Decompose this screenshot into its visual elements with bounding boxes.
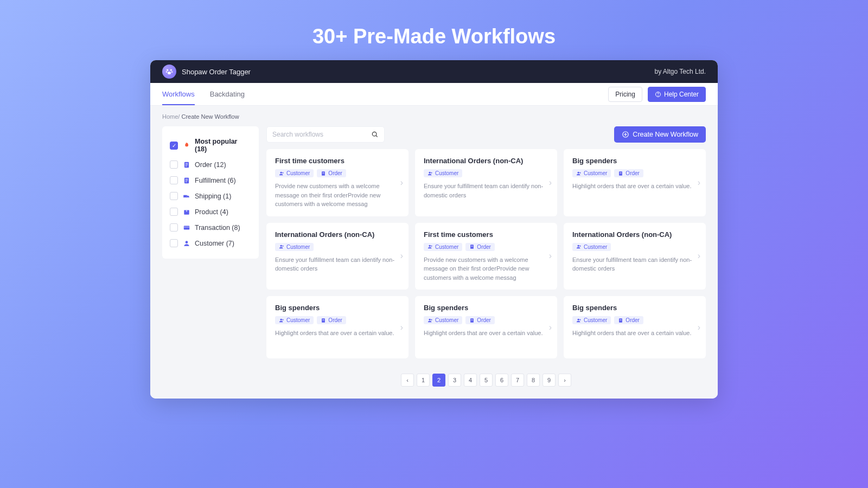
page-next[interactable]: › bbox=[558, 374, 571, 387]
tag-customer: Customer bbox=[275, 243, 314, 251]
filter-transaction[interactable]: Transaction (8) bbox=[169, 220, 252, 235]
filter-label: Shipping (1) bbox=[195, 192, 231, 200]
card-title: International Orders (non-CA) bbox=[572, 230, 697, 239]
filter-label: Fulfillment (6) bbox=[195, 177, 236, 184]
clipboard-icon bbox=[182, 160, 190, 169]
workflow-card[interactable]: International Orders (non-CA)CustomerEns… bbox=[564, 223, 706, 290]
svg-rect-20 bbox=[183, 226, 189, 229]
page-3[interactable]: 3 bbox=[448, 374, 461, 387]
card-description: Ensure your fulfillment team can identif… bbox=[275, 255, 400, 273]
clipboard-icon bbox=[469, 318, 475, 323]
card-title: Big spenders bbox=[424, 304, 548, 312]
tab-workflows[interactable]: Workflows bbox=[162, 83, 195, 105]
tag-row: Customer bbox=[424, 169, 548, 177]
svg-rect-10 bbox=[185, 165, 187, 166]
checkbox-icon bbox=[170, 223, 178, 232]
chevron-right-icon: › bbox=[400, 251, 403, 261]
page-7[interactable]: 7 bbox=[511, 374, 524, 387]
svg-rect-21 bbox=[183, 227, 189, 227]
workflow-card[interactable]: Big spendersCustomerOrderHighlight order… bbox=[266, 296, 409, 358]
svg-point-17 bbox=[187, 197, 188, 198]
workflow-card[interactable]: International Orders (non-CA)CustomerEns… bbox=[415, 149, 557, 216]
page-9[interactable]: 9 bbox=[542, 374, 556, 387]
workflow-card[interactable]: Big spendersCustomerOrderHighlight order… bbox=[564, 149, 706, 216]
clipboard-icon bbox=[618, 318, 623, 323]
svg-point-43 bbox=[280, 318, 282, 320]
tag-customer: Customer bbox=[572, 169, 611, 177]
tag-customer: Customer bbox=[424, 316, 462, 324]
svg-rect-45 bbox=[323, 319, 324, 319]
user-icon bbox=[427, 171, 433, 176]
chevron-right-icon: › bbox=[549, 178, 552, 188]
help-icon bbox=[655, 91, 661, 98]
page-prev[interactable]: ‹ bbox=[401, 374, 414, 387]
breadcrumb: Home/ Create New Workflow bbox=[162, 113, 706, 120]
tag-customer: Customer bbox=[275, 316, 314, 324]
tag-order: Order bbox=[465, 316, 495, 324]
plus-circle-icon bbox=[622, 131, 629, 138]
chevron-right-icon: › bbox=[400, 178, 403, 188]
breadcrumb-current: Create New Workflow bbox=[181, 113, 239, 120]
tag-row: CustomerOrder bbox=[275, 169, 400, 177]
workflow-grid: First time customersCustomerOrderProvide… bbox=[266, 149, 706, 358]
user-icon bbox=[576, 244, 582, 249]
filter-fulfillment[interactable]: Fulfillment (6) bbox=[169, 172, 252, 188]
filter-most-popular[interactable]: ✓Most popular (18) bbox=[169, 134, 252, 157]
page-1[interactable]: 1 bbox=[417, 374, 430, 387]
page-5[interactable]: 5 bbox=[480, 374, 493, 387]
brand-name: Shopaw Order Tagger bbox=[182, 68, 251, 76]
truck-icon bbox=[182, 192, 190, 200]
workflow-card[interactable]: First time customersCustomerOrderProvide… bbox=[415, 223, 557, 290]
page-8[interactable]: 8 bbox=[527, 374, 540, 387]
svg-rect-49 bbox=[471, 319, 473, 319]
tab-backdating[interactable]: Backdating bbox=[210, 83, 245, 105]
chevron-right-icon: › bbox=[698, 323, 700, 332]
pricing-button[interactable]: Pricing bbox=[608, 87, 642, 102]
filter-customer[interactable]: Customer (7) bbox=[169, 235, 252, 251]
hero-title: 30+ Pre-Made Workflows bbox=[0, 0, 868, 60]
help-center-button[interactable]: Help Center bbox=[648, 87, 706, 102]
card-title: Big spenders bbox=[572, 157, 697, 165]
workflow-card[interactable]: Big spendersCustomerOrderHighlight order… bbox=[564, 296, 706, 358]
svg-rect-9 bbox=[185, 164, 188, 165]
svg-point-4 bbox=[168, 72, 171, 74]
tag-customer: Customer bbox=[424, 243, 462, 251]
svg-rect-12 bbox=[185, 179, 188, 179]
search-box[interactable] bbox=[266, 126, 385, 143]
svg-point-0 bbox=[167, 69, 168, 71]
clipboard-icon bbox=[321, 318, 326, 323]
card-description: Provide new customers with a welcome mes… bbox=[424, 255, 548, 282]
filter-order[interactable]: Order (12) bbox=[169, 157, 252, 172]
svg-point-1 bbox=[170, 69, 172, 71]
search-input[interactable] bbox=[272, 131, 371, 138]
chevron-right-icon: › bbox=[698, 178, 700, 188]
user-icon bbox=[279, 318, 284, 323]
filter-shipping[interactable]: Shipping (1) bbox=[169, 188, 252, 204]
page-4[interactable]: 4 bbox=[464, 374, 477, 387]
filter-label: Transaction (8) bbox=[195, 224, 240, 232]
checkbox-icon bbox=[170, 208, 178, 216]
filter-product[interactable]: Product (4) bbox=[169, 204, 252, 220]
workflow-card[interactable]: Big spendersCustomerOrderHighlight order… bbox=[415, 296, 557, 358]
user-icon bbox=[427, 244, 433, 249]
chevron-right-icon: › bbox=[698, 251, 700, 261]
svg-point-47 bbox=[429, 318, 431, 320]
checkbox-icon bbox=[170, 160, 178, 169]
search-icon bbox=[371, 131, 379, 138]
card-description: Highlight orders that are over a certain… bbox=[275, 329, 400, 338]
box-icon bbox=[182, 208, 190, 216]
workflow-card[interactable]: International Orders (non-CA)CustomerEns… bbox=[266, 223, 409, 290]
workflow-card[interactable]: First time customersCustomerOrderProvide… bbox=[266, 149, 409, 216]
svg-rect-35 bbox=[620, 172, 622, 172]
page-2[interactable]: 2 bbox=[432, 374, 445, 387]
page-6[interactable]: 6 bbox=[495, 374, 508, 387]
checkbox-icon: ✓ bbox=[170, 142, 178, 150]
tag-row: Customer bbox=[275, 243, 400, 251]
clipboard-icon bbox=[321, 171, 326, 176]
checkbox-icon bbox=[170, 239, 178, 247]
checkbox-icon bbox=[170, 176, 178, 184]
create-workflow-button[interactable]: Create New Workflow bbox=[614, 126, 706, 143]
user-icon bbox=[576, 318, 582, 323]
card-icon bbox=[182, 223, 190, 232]
breadcrumb-home[interactable]: Home bbox=[162, 113, 178, 120]
